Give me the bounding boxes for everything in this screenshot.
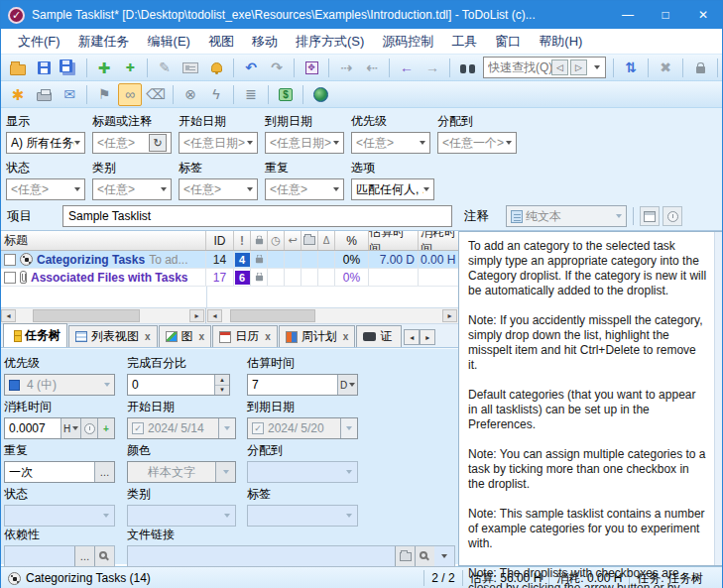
- stamp-button[interactable]: ⚑: [92, 83, 116, 106]
- scroll-left-icon[interactable]: ◂: [207, 309, 222, 322]
- column-recurrence[interactable]: ↩: [285, 231, 301, 250]
- file-link-dropdown-button[interactable]: [434, 546, 454, 566]
- tab-week-planner[interactable]: 周计划 x: [279, 325, 356, 347]
- filter-recurrence-combo[interactable]: <任意>: [265, 178, 344, 200]
- spin-up-icon[interactable]: ▲: [215, 375, 229, 386]
- close-tab-icon[interactable]: x: [199, 331, 205, 342]
- add-time-button[interactable]: +: [97, 418, 114, 438]
- script-button[interactable]: ≣: [239, 83, 263, 106]
- menu-edit[interactable]: 编辑(E): [139, 29, 199, 54]
- search-prev-button[interactable]: ◁: [551, 59, 568, 75]
- file-link-view-button[interactable]: [415, 546, 434, 566]
- column-reminder[interactable]: Δ: [318, 231, 335, 250]
- menu-view[interactable]: 视图: [199, 29, 243, 54]
- forward-button[interactable]: →: [421, 57, 444, 79]
- due-date-checkbox[interactable]: ✓: [252, 422, 264, 434]
- filter-show-combo[interactable]: A) 所有任务(A): [6, 132, 85, 154]
- undo-button[interactable]: ↶: [239, 57, 263, 79]
- tags-combo[interactable]: [247, 505, 358, 527]
- column-percent[interactable]: %: [335, 231, 369, 250]
- menu-new-task[interactable]: 新建任务: [69, 29, 139, 54]
- tab-clipped[interactable]: 证: [356, 325, 402, 347]
- menu-tools[interactable]: 工具: [442, 29, 486, 54]
- search-next-button[interactable]: ▷: [570, 59, 587, 75]
- run-tool-button[interactable]: ϟ: [204, 83, 228, 106]
- comments-time-button[interactable]: [663, 206, 682, 226]
- cleanup-button[interactable]: ⌫: [144, 83, 168, 106]
- scroll-left-icon[interactable]: ◂: [1, 309, 16, 322]
- due-date-field[interactable]: ✓ 2024/ 5/20: [247, 417, 358, 439]
- new-task-button[interactable]: ✚: [92, 57, 116, 79]
- scroll-right-icon[interactable]: ▸: [189, 309, 204, 322]
- edit-task-button[interactable]: ✎: [153, 57, 177, 79]
- spent-field[interactable]: 0.0007 H +: [4, 417, 115, 439]
- email-button[interactable]: ✉: [58, 83, 81, 106]
- comments-format-combo[interactable]: 纯文本: [506, 205, 627, 227]
- filter-duedate-combo[interactable]: <任意日期>: [265, 132, 344, 154]
- priority-combo[interactable]: 4 (中): [4, 374, 115, 396]
- task-checkbox[interactable]: [4, 254, 16, 266]
- reminder-button[interactable]: [204, 57, 228, 79]
- columns-scrollbar[interactable]: ◂ ▸: [206, 308, 458, 323]
- redo-button[interactable]: ↷: [265, 57, 289, 79]
- comments-panel[interactable]: To add an category to the selected task …: [458, 231, 722, 566]
- maximize-tasklist-button[interactable]: ✥: [300, 57, 323, 79]
- filter-title-combo[interactable]: <任意> ↻: [92, 132, 172, 154]
- filter-options-combo[interactable]: 匹配任何人, ...: [351, 178, 434, 200]
- new-tasklist-button[interactable]: ✱: [6, 83, 30, 106]
- lock-button[interactable]: [688, 57, 712, 79]
- column-priority[interactable]: !: [234, 231, 251, 250]
- scrollbar-thumb[interactable]: [230, 309, 315, 322]
- save-all-button[interactable]: [58, 57, 81, 79]
- filter-priority-combo[interactable]: <任意>: [351, 132, 430, 154]
- recurrence-field[interactable]: 一次 …: [4, 461, 115, 483]
- column-lock[interactable]: [251, 231, 268, 250]
- status-combo[interactable]: [4, 505, 115, 527]
- menu-sort[interactable]: 排序方式(S): [287, 29, 373, 54]
- back-button[interactable]: ←: [395, 57, 419, 79]
- title-column-scrollbar[interactable]: ◂ ▸: [1, 308, 206, 323]
- dependency-find-button[interactable]: [94, 546, 114, 566]
- recurrence-edit-button[interactable]: …: [94, 462, 114, 482]
- print-button[interactable]: [32, 83, 56, 106]
- donate-button[interactable]: $: [274, 83, 298, 106]
- scroll-right-icon[interactable]: ▸: [442, 309, 457, 322]
- task-checkbox[interactable]: [4, 272, 16, 284]
- refresh-icon[interactable]: ↻: [149, 134, 167, 152]
- menu-file[interactable]: 文件(F): [9, 29, 69, 54]
- color-dropdown-button[interactable]: [215, 462, 235, 482]
- start-date-checkbox[interactable]: ✓: [132, 422, 144, 434]
- file-link-browse-button[interactable]: [395, 546, 415, 566]
- save-button[interactable]: [32, 57, 56, 79]
- start-date-picker-button[interactable]: [218, 418, 235, 438]
- file-link-field[interactable]: [127, 545, 455, 567]
- due-date-picker-button[interactable]: [340, 418, 357, 438]
- search-dropdown-button[interactable]: [589, 58, 605, 77]
- comments-date-button[interactable]: [640, 206, 660, 226]
- column-time[interactable]: ◷: [268, 231, 285, 250]
- menu-move[interactable]: 移动: [243, 29, 287, 54]
- sort-button[interactable]: ⇅: [619, 57, 643, 79]
- tab-list-view[interactable]: 列表视图 x: [68, 325, 158, 347]
- percent-done-field[interactable]: 0 ▲▼: [127, 374, 230, 396]
- new-subtask-button[interactable]: ✚: [118, 57, 142, 79]
- color-combo[interactable]: 样本文字: [127, 461, 236, 483]
- scrollbar-thumb[interactable]: [33, 309, 140, 322]
- file-link-button[interactable]: ∞: [118, 83, 142, 106]
- filter-allocto-combo[interactable]: <任意一个>: [437, 132, 517, 154]
- start-date-field[interactable]: ✓ 2024/ 5/14: [127, 417, 236, 439]
- quick-search-box[interactable]: ◁ ▷: [483, 57, 606, 78]
- column-spent[interactable]: 消耗时间: [419, 231, 458, 250]
- percent-spinner[interactable]: ▲▼: [214, 375, 229, 395]
- close-tab-icon[interactable]: x: [343, 331, 349, 342]
- comments-scrollbar[interactable]: [714, 232, 722, 565]
- spent-unit-button[interactable]: H: [60, 418, 80, 438]
- task-card-button[interactable]: [179, 57, 202, 79]
- filter-tags-combo[interactable]: <任意>: [179, 178, 258, 200]
- maximize-button[interactable]: □: [647, 1, 684, 29]
- move-task-left-button[interactable]: ⇠: [360, 57, 384, 79]
- table-row[interactable]: Categorizing Tasks To ad... 14 4 0% 7.00…: [1, 251, 458, 269]
- filter-category-combo[interactable]: <任意>: [92, 178, 172, 200]
- menu-window[interactable]: 窗口: [486, 29, 530, 54]
- find-tasks-button[interactable]: [455, 57, 479, 79]
